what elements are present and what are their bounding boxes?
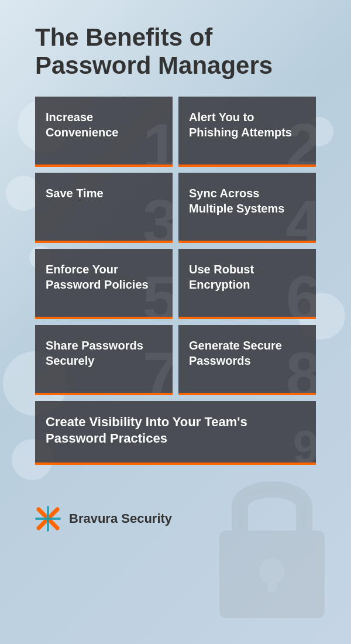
- card-visibility[interactable]: 9 Create Visibility Into Your Team's Pas…: [35, 401, 316, 465]
- logo-text: Bravura Security: [69, 511, 172, 526]
- footer: Bravura Security: [0, 494, 351, 543]
- logo-icon: [35, 506, 61, 532]
- card-enforce-policies[interactable]: 5 Enforce Your Password Policies: [35, 249, 173, 319]
- card-save-time[interactable]: 3 Save Time: [35, 173, 173, 243]
- card-increase-convenience[interactable]: 1 Increase Convenience: [35, 97, 173, 167]
- card-grid: 1 Increase Convenience 2 Alert You to Ph…: [35, 97, 316, 395]
- card-robust-encryption[interactable]: 6 Use Robust Encryption: [178, 249, 316, 319]
- card-alert-phishing[interactable]: 2 Alert You to Phishing Attempts: [178, 97, 316, 167]
- card-sync-multiple[interactable]: 4 Sync Across Multiple Systems: [178, 173, 316, 243]
- main-content: The Benefits of Password Managers 1 Incr…: [0, 0, 351, 488]
- svg-rect-2: [267, 571, 277, 592]
- card-share-passwords[interactable]: 7 Share Passwords Securely: [35, 325, 173, 395]
- page-title: The Benefits of Password Managers: [35, 23, 316, 80]
- card-generate-secure[interactable]: 8 Generate Secure Passwords: [178, 325, 316, 395]
- full-card-row: 9 Create Visibility Into Your Team's Pas…: [35, 401, 316, 465]
